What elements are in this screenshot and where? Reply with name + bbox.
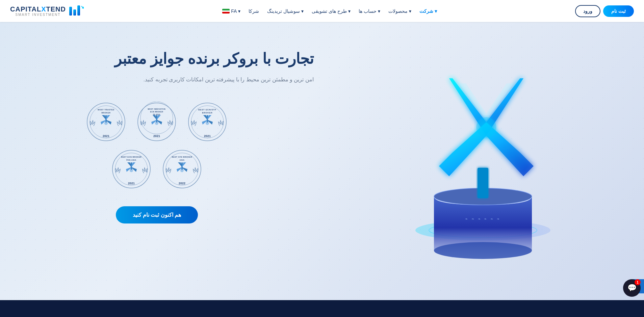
svg-text:2021: 2021 [128,182,135,185]
nav-item-promotions[interactable]: ▾ طرح های تشویقی [312,8,351,14]
nav-item-company[interactable]: ▾ شرکت [419,8,437,14]
navbar-nav: ▾ شرکت ▾ محصولات ▾ حساب ها ▾ طرح های تشو… [222,8,437,14]
svg-text:2021: 2021 [204,134,211,138]
svg-rect-65 [478,168,488,198]
hero-content: تجارت با بروکر برنده جوایز معتبر امن تری… [0,49,354,223]
svg-point-62 [434,242,532,259]
badge-innovative[interactable]: MOST INNOVATIVE ECN BROKER IN ASIA 2021 [136,102,177,142]
nav-item-partners[interactable]: شرکا [249,8,259,14]
svg-text:BEST CFD BROKER: BEST CFD BROKER [172,156,192,158]
navbar: ثبت نام ورود ▾ شرکت ▾ محصولات ▾ حساب ها … [0,0,644,22]
flag-icon [222,9,230,14]
svg-point-40 [180,169,184,172]
nav-item-social-trading[interactable]: ▾ سوشیال تریدینگ [267,8,304,14]
svg-point-69 [476,117,496,137]
svg-text:2021: 2021 [153,134,160,138]
hero-title: تجارت با بروکر برنده جوایز معتبر [0,49,314,68]
cta-register-button[interactable]: هم اکنون ثبت نام کنید [116,206,198,223]
svg-text:BROKER: BROKER [102,112,111,114]
nav-item-products[interactable]: ▾ محصولات [388,8,411,14]
badge-ecn-stp[interactable]: BEST ECN/STP BROKER 2021 [187,102,228,142]
chevron-down-icon: ▾ [409,8,411,14]
register-button[interactable]: ثبت نام [603,5,634,17]
chevron-down-icon: ▾ [435,8,437,14]
hero-subtitle: امن ترین و مطمئن ترین محیط را با پیشرفته… [0,75,314,85]
svg-text:ECN BROKER: ECN BROKER [150,111,163,113]
svg-text:2021: 2021 [103,134,109,138]
svg-point-6 [206,122,209,125]
badge-cfd[interactable]: BEST CFD BROKER ASIA 2022 [162,149,202,189]
svg-text:IN ASIA: IN ASIA [153,113,161,115]
logo[interactable]: CAPITALXTEND SMART INVESTMENT [10,3,84,19]
svg-text:PAN ASIA: PAN ASIA [127,159,137,161]
login-button[interactable]: ورود [575,5,600,17]
navbar-actions: ثبت نام ورود [575,5,634,17]
chat-bubble-button[interactable]: 💬 1 [623,279,641,297]
svg-text:❧ ❧ ❧ ❧ ❧ ❧: ❧ ❧ ❧ ❧ ❧ ❧ [465,217,501,221]
chat-badge: 1 [635,279,641,285]
svg-point-29 [104,122,108,125]
logo-text: CAPITALXTEND SMART INVESTMENT [10,5,66,17]
trophy-3d: ❧ ❧ ❧ ❧ ❧ ❧ [398,51,567,288]
chat-icon: 💬 [627,284,637,292]
svg-text:ASIA: ASIA [180,159,185,161]
bottom-bar [0,300,644,317]
svg-text:2022: 2022 [179,182,185,185]
svg-text:BEST ECN/STP: BEST ECN/STP [199,109,216,111]
lang-selector[interactable]: ▾ FA [222,8,240,14]
svg-text:MOST INNOVATIVE: MOST INNOVATIVE [148,108,166,110]
badges-grid: BEST ECN/STP BROKER 2021 [0,102,314,189]
chevron-down-icon: ▾ [301,8,304,14]
chevron-down-icon: ▾ [238,8,240,14]
nav-item-accounts[interactable]: ▾ حساب ها [359,8,380,14]
svg-text:BEST ECN BROKER: BEST ECN BROKER [121,156,142,158]
badge-ecn-pan[interactable]: BEST ECN BROKER PAN ASIA 2021 [111,149,152,189]
chevron-down-icon: ▾ [378,8,380,14]
svg-rect-1 [73,9,76,16]
logo-icon [69,3,84,19]
chevron-down-icon: ▾ [348,8,351,14]
svg-text:BROKER: BROKER [202,112,213,114]
hero-visual: ❧ ❧ ❧ ❧ ❧ ❧ [322,22,644,317]
svg-marker-68 [453,83,520,121]
svg-point-51 [130,169,133,172]
badge-trusted[interactable]: MOST TRUSTED BROKER 2021 [86,102,126,142]
hero-section: تجارت با بروکر برنده جوایز معتبر امن تری… [0,22,644,317]
svg-point-17 [155,122,158,125]
badges-row-1: BEST ECN/STP BROKER 2021 [86,102,228,142]
svg-rect-0 [69,7,72,16]
badges-row-2: BEST CFD BROKER ASIA 2022 [111,149,202,189]
svg-rect-2 [77,5,80,16]
svg-text:MOST TRUSTED: MOST TRUSTED [98,109,114,111]
